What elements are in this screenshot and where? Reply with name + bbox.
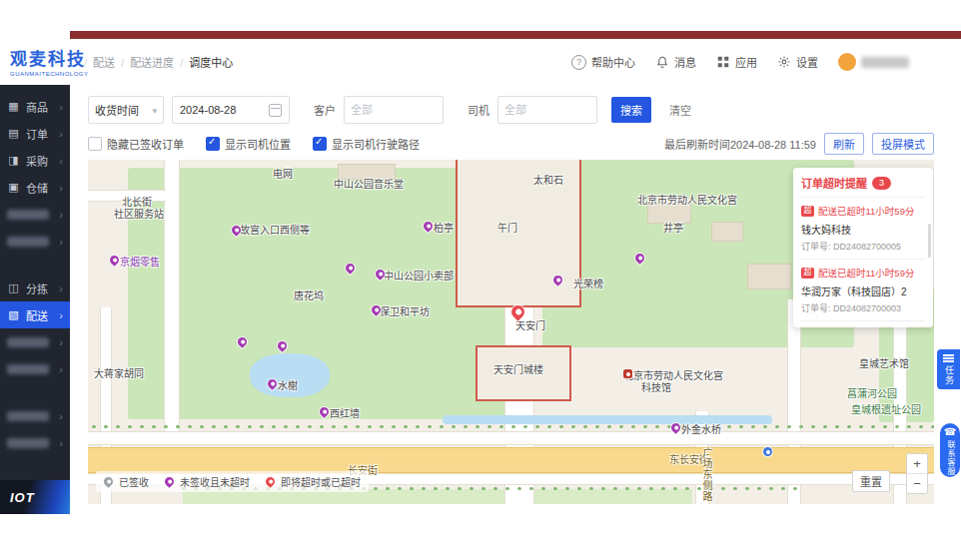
date-picker[interactable]: 2024-08-28 bbox=[172, 96, 290, 124]
order-timeout-panel: 订单超时提醒 3 超 配送已超时11小时59分 钱大妈科技 订单号: DD240… bbox=[793, 168, 933, 327]
main-content: 收货时间 2024-08-28 客户 司机 搜索 清空 隐藏已签收订单 bbox=[70, 85, 961, 514]
chevron-down-icon bbox=[152, 104, 157, 116]
map-option-checkbox[interactable]: 显示司机行驶路径 bbox=[313, 136, 420, 152]
map-jinshui-river bbox=[443, 415, 772, 424]
sidebar-item[interactable] bbox=[0, 328, 70, 355]
search-button[interactable]: 搜索 bbox=[611, 97, 651, 123]
map-zoom-control: + − bbox=[906, 453, 928, 494]
checkbox-label: 隐藏已签收订单 bbox=[107, 136, 184, 152]
sidebar-item[interactable]: ◨ 采购 bbox=[0, 147, 70, 174]
map-canvas[interactable]: 电网中山公园音乐堂太和石北京市劳动人民文化宫午门井亭北长街社区服务站故宫入口西侧… bbox=[88, 160, 934, 504]
sidebar-item[interactable]: ▤ 订单 bbox=[0, 120, 70, 147]
breadcrumb: 配送配送进度调度中心 bbox=[84, 39, 239, 85]
map-label: 天安门 bbox=[515, 317, 545, 332]
logo: 观麦科技 GUANMAITECHNOLOGY bbox=[10, 45, 89, 77]
map-label: 保卫和平坊 bbox=[380, 303, 430, 318]
order-timeout-item[interactable]: 超 配送已超时11小时59分 华润万家（科技园店）2 订单号: DD240827… bbox=[801, 259, 925, 314]
logo-subtitle: GUANMAITECHNOLOGY bbox=[10, 71, 89, 77]
sidebar-item-icon: ◨ bbox=[7, 154, 20, 167]
zoom-out-button[interactable]: − bbox=[907, 473, 927, 493]
map-toolbar: 隐藏已签收订单 显示司机位置 显示司机行驶路径 最后刷新时间2024-08-28… bbox=[88, 132, 934, 156]
breadcrumb-item[interactable]: 配送进度 bbox=[121, 54, 174, 70]
map-label: 皇城艺术馆 bbox=[859, 355, 909, 370]
toolbar-right: 最后刷新时间2024-08-28 11:59 刷新 投屏模式 bbox=[664, 133, 934, 155]
task-drawer-tab[interactable]: 任务 bbox=[937, 349, 960, 389]
sidebar-item[interactable] bbox=[0, 402, 70, 429]
order-timeout-item[interactable]: 剩 剩余0分 华润万家（科技园店）2 bbox=[801, 320, 925, 327]
order-status-row: 超 配送已超时11小时59分 bbox=[801, 266, 925, 280]
checkbox-box bbox=[313, 137, 327, 151]
map-label: 午门 bbox=[497, 220, 517, 235]
map-road-north-of-changan bbox=[88, 431, 934, 445]
map-option-checkbox[interactable]: 隐藏已签收订单 bbox=[88, 136, 184, 152]
map-label: 中山公园小卖部 bbox=[384, 268, 454, 282]
sidebar-item[interactable]: ▣ 仓储 bbox=[0, 174, 70, 201]
clear-button[interactable]: 清空 bbox=[663, 101, 697, 119]
message-button[interactable]: 消息 bbox=[655, 54, 696, 70]
chevron-right-icon bbox=[59, 336, 63, 348]
map-label: 中山公园音乐堂 bbox=[334, 176, 404, 191]
map-label: 京烟零售 bbox=[120, 254, 160, 269]
map-label: 菖蒲河公园 bbox=[847, 385, 897, 400]
calendar-icon bbox=[269, 104, 282, 117]
gear-icon bbox=[777, 55, 791, 69]
contact-support-button[interactable]: ☎ 联系客服 bbox=[940, 423, 960, 477]
checkbox-box bbox=[88, 137, 102, 151]
user-account[interactable] bbox=[838, 53, 909, 71]
refresh-button[interactable]: 刷新 bbox=[824, 133, 864, 155]
chevron-right-icon bbox=[59, 182, 63, 194]
sidebar-item[interactable] bbox=[0, 355, 70, 382]
breadcrumb-item[interactable]: 调度中心 bbox=[180, 54, 233, 70]
user-name-redacted bbox=[861, 57, 909, 68]
cast-mode-button[interactable]: 投屏模式 bbox=[872, 133, 934, 155]
map-marker-pin[interactable] bbox=[108, 254, 121, 267]
order-timeout-title: 订单超时提醒 bbox=[801, 175, 867, 191]
legend-label: 未签收且未超时 bbox=[180, 474, 250, 489]
sidebar-item[interactable]: ◫ 分拣 bbox=[0, 275, 70, 301]
driver-input[interactable] bbox=[497, 96, 597, 124]
zoom-in-button[interactable]: + bbox=[907, 454, 927, 473]
map-label: 外金水桥 bbox=[681, 421, 721, 436]
chevron-right-icon bbox=[59, 236, 63, 248]
task-list-icon bbox=[943, 354, 954, 356]
redacted-label bbox=[7, 337, 49, 347]
checkbox-label: 显示司机位置 bbox=[225, 136, 291, 152]
apps-button[interactable]: 应用 bbox=[716, 54, 757, 70]
map-reset-button[interactable]: 重置 bbox=[852, 470, 890, 492]
timeout-status: 配送已超时11小时59分 bbox=[818, 204, 914, 218]
breadcrumb-item[interactable]: 配送 bbox=[84, 54, 115, 70]
sidebar-item[interactable] bbox=[0, 201, 70, 228]
help-label: 帮助中心 bbox=[591, 54, 635, 70]
order-timeout-item[interactable]: 超 配送已超时11小时59分 钱大妈科技 订单号: DD24082700005 bbox=[801, 197, 925, 253]
header-actions: 帮助中心 消息 应用 设置 bbox=[571, 39, 909, 85]
sidebar-item-label: 分拣 bbox=[26, 280, 48, 296]
legend-pin-icon bbox=[264, 475, 277, 488]
sidebar-item[interactable] bbox=[0, 429, 70, 456]
sidebar-item[interactable] bbox=[0, 228, 70, 255]
receive-time-select[interactable]: 收货时间 bbox=[88, 96, 164, 124]
sidebar-item[interactable]: ▦ 商品 bbox=[0, 93, 70, 120]
sidebar-item-icon: ▧ bbox=[7, 308, 20, 321]
legend-label: 即将超时或已超时 bbox=[281, 474, 361, 489]
customer-input[interactable] bbox=[344, 96, 444, 124]
map-marker-pin[interactable] bbox=[623, 369, 632, 378]
map-option-checkbox[interactable]: 显示司机位置 bbox=[206, 136, 291, 152]
chevron-right-icon bbox=[59, 128, 63, 140]
help-center-button[interactable]: 帮助中心 bbox=[571, 54, 635, 70]
map-marker-pin[interactable] bbox=[763, 447, 772, 456]
sidebar-item[interactable]: ▧ 配送 bbox=[0, 301, 70, 328]
panel-scrollbar[interactable] bbox=[928, 224, 931, 258]
avatar bbox=[838, 53, 856, 71]
map-road-changan-avenue bbox=[88, 447, 934, 473]
checkbox-group: 隐藏已签收订单 显示司机位置 显示司机行驶路径 bbox=[88, 136, 442, 152]
last-refresh-time: 最后刷新时间2024-08-28 11:59 bbox=[664, 136, 816, 152]
sidebar-item-icon: ◫ bbox=[7, 281, 20, 294]
settings-button[interactable]: 设置 bbox=[777, 54, 818, 70]
map-label: 电网 bbox=[273, 166, 293, 181]
logo-title: 观麦科技 bbox=[10, 45, 89, 70]
order-status-row: 超 配送已超时11小时59分 bbox=[801, 204, 925, 218]
map-label: 皇城根遗址公园 bbox=[851, 401, 921, 416]
map-label: 西红墙 bbox=[330, 405, 360, 420]
sidebar-iot-badge[interactable]: IOT bbox=[0, 480, 80, 514]
apps-label: 应用 bbox=[735, 54, 757, 70]
